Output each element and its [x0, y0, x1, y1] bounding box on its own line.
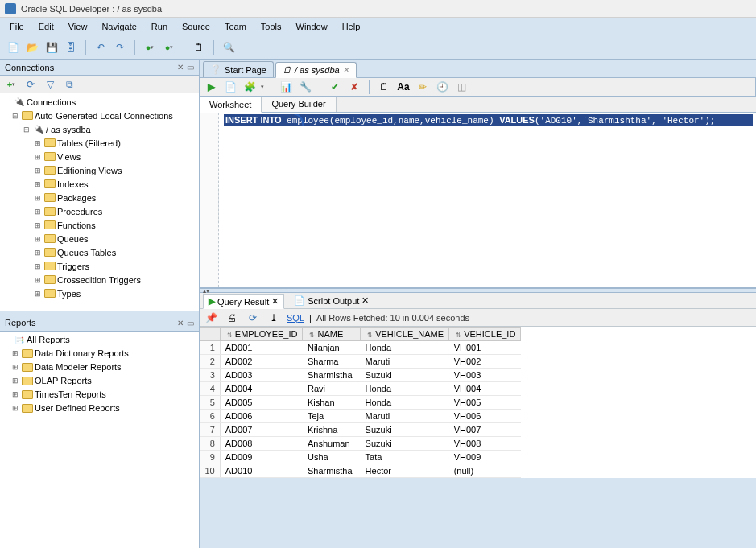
result-grid[interactable]: ⇅ EMPLOYEE_ID⇅ NAME⇅ VEHICLE_NAME⇅ VEHIC…	[200, 327, 756, 478]
tree-node[interactable]: ⊞Crossedition Triggers	[0, 273, 199, 286]
cell[interactable]: VH002	[449, 355, 521, 369]
cell[interactable]: Sharmistha	[303, 464, 361, 478]
tree-node[interactable]: ⊞Types	[0, 286, 199, 300]
tree-report-folder[interactable]: ⊞User Defined Reports	[0, 402, 199, 415]
print-icon[interactable]: 🖨	[224, 310, 240, 326]
sql-statement[interactable]: INSERT INTO employee(employee_id,name,ve…	[224, 114, 753, 126]
cell[interactable]: AD001	[220, 341, 303, 355]
tree-node[interactable]: ⊞Editioning Views	[0, 163, 199, 177]
filter-icon[interactable]: ▽	[42, 76, 58, 93]
tree-node[interactable]: ⊞Functions	[0, 218, 199, 232]
cell[interactable]: Anshuman	[303, 437, 361, 451]
back-icon[interactable]: ●▾	[142, 39, 158, 56]
cell[interactable]: Sharmistha	[303, 369, 361, 382]
cell[interactable]: Kishan	[303, 396, 361, 410]
close-icon[interactable]: ✕	[271, 296, 279, 307]
menu-window[interactable]: Window	[290, 20, 334, 33]
table-row[interactable]: 1AD001NilanjanHondaVH001	[200, 341, 521, 355]
cell[interactable]: VH008	[449, 437, 521, 451]
sql-editor[interactable]: INSERT INTO employee(employee_id,name,ve…	[200, 113, 756, 288]
tree-report-folder[interactable]: ⊞OLAP Reports	[0, 374, 199, 388]
tree-report-folder[interactable]: ⊞TimesTen Reports	[0, 388, 199, 402]
table-row[interactable]: 9AD009UshaTataVH009	[200, 451, 521, 464]
cell[interactable]: Suzuki	[361, 437, 449, 451]
menu-navigate[interactable]: Navigate	[95, 20, 143, 33]
find-db-object-icon[interactable]: 🔍	[221, 39, 237, 56]
cell[interactable]: Teja	[303, 410, 361, 423]
column-header[interactable]: ⇅ VEHICLE_ID	[449, 328, 521, 341]
cell[interactable]: VH006	[449, 410, 521, 423]
autotrace-icon[interactable]: 📊	[278, 79, 294, 95]
tree-node[interactable]: ⊞Views	[0, 150, 199, 163]
unshared-worksheet-icon[interactable]: 🗒	[376, 79, 392, 95]
cell[interactable]: Tata	[361, 451, 449, 464]
cell[interactable]: Nilanjan	[303, 341, 361, 355]
tree-node[interactable]: ⊞Tables (Filtered)	[0, 136, 199, 150]
menu-view[interactable]: View	[62, 20, 94, 33]
commit-icon[interactable]: ✔	[327, 79, 343, 95]
table-row[interactable]: 5AD005KishanHondaVH005	[200, 396, 521, 410]
connections-tree[interactable]: 🔌Connections ⊟Auto-Generated Local Conne…	[0, 93, 199, 311]
sql-link[interactable]: SQL	[287, 313, 304, 323]
menu-file[interactable]: File	[3, 20, 31, 33]
to-upper-icon[interactable]: Aa	[395, 79, 411, 95]
save-all-icon[interactable]: 🗄	[63, 39, 79, 56]
run-script-icon[interactable]: 📄	[222, 79, 238, 95]
tree-node[interactable]: ⊞Queues Tables	[0, 245, 199, 259]
menu-source[interactable]: Source	[176, 20, 217, 33]
cell[interactable]: Suzuki	[361, 423, 449, 437]
cell[interactable]: VH009	[449, 451, 521, 464]
close-icon[interactable]: ✕	[361, 295, 369, 306]
table-row[interactable]: 8AD008AnshumanSuzukiVH008	[200, 437, 521, 451]
run-statement-icon[interactable]: ▶	[203, 79, 219, 95]
rollback-icon[interactable]: ✘	[346, 79, 362, 95]
table-row[interactable]: 2AD002SharmaMarutiVH002	[200, 355, 521, 369]
reports-tree[interactable]: 📑All Reports ⊞Data Dictionary Reports⊞Da…	[0, 332, 199, 549]
table-row[interactable]: 6AD006TejaMarutiVH006	[200, 410, 521, 423]
cell[interactable]: VH001	[449, 341, 521, 355]
forward-icon[interactable]: ●▾	[161, 39, 177, 56]
clear-icon[interactable]: ✏	[415, 79, 431, 95]
tree-node[interactable]: ⊞Procedures	[0, 204, 199, 218]
cell[interactable]: Maruti	[361, 355, 449, 369]
sql-tuning-icon[interactable]: 🔧	[297, 79, 313, 95]
tree-root-connections[interactable]: 🔌Connections	[0, 95, 199, 109]
column-header[interactable]: ⇅ NAME	[303, 328, 361, 341]
new-connection-icon[interactable]: +▾	[3, 76, 19, 93]
cell[interactable]: VH005	[449, 396, 521, 410]
menu-edit[interactable]: Edit	[32, 20, 60, 33]
tree-all-reports[interactable]: 📑All Reports	[0, 333, 199, 347]
table-row[interactable]: 4AD004RaviHondaVH004	[200, 382, 521, 396]
cell[interactable]: AD004	[220, 382, 303, 396]
cell[interactable]: Maruti	[361, 410, 449, 423]
cell[interactable]: Honda	[361, 382, 449, 396]
cell[interactable]: AD009	[220, 451, 303, 464]
subtab-query-builder[interactable]: Query Builder	[262, 97, 336, 112]
subtab-worksheet[interactable]: Worksheet	[200, 97, 262, 113]
cell[interactable]: Honda	[361, 341, 449, 355]
tree-node[interactable]: ⊞Triggers	[0, 259, 199, 273]
tab-query-result[interactable]: ▶Query Result✕	[203, 294, 284, 309]
column-header[interactable]: ⇅ EMPLOYEE_ID	[220, 328, 303, 341]
cell[interactable]: AD002	[220, 355, 303, 369]
tree-connection[interactable]: ⊟🔌/ as sysdba	[0, 122, 199, 136]
tree-auto-generated[interactable]: ⊟Auto-Generated Local Connections	[0, 109, 199, 122]
cell[interactable]: Sharma	[303, 355, 361, 369]
sql-worksheet-icon[interactable]: 🗒	[191, 39, 207, 56]
cell[interactable]: AD005	[220, 396, 303, 410]
cell[interactable]: VH004	[449, 382, 521, 396]
panel-minimize-icon[interactable]: ▭	[187, 319, 194, 328]
save-icon[interactable]: 💾	[43, 39, 60, 56]
panel-close-icon[interactable]: ✕	[177, 319, 184, 328]
table-row[interactable]: 7AD007KrishnaSuzukiVH007	[200, 423, 521, 437]
cell[interactable]: Hector	[361, 464, 449, 478]
new-icon[interactable]: 📄	[5, 39, 21, 56]
table-row[interactable]: 3AD003SharmisthaSuzukiVH003	[200, 369, 521, 382]
cell[interactable]: (null)	[449, 464, 521, 478]
wrap-icon[interactable]: ⧉	[61, 76, 77, 93]
cell[interactable]: Krishna	[303, 423, 361, 437]
cell[interactable]: Honda	[361, 396, 449, 410]
menu-team[interactable]: Team	[218, 20, 253, 33]
tree-report-folder[interactable]: ⊞Data Dictionary Reports	[0, 347, 199, 361]
panel-minimize-icon[interactable]: ▭	[187, 63, 194, 72]
